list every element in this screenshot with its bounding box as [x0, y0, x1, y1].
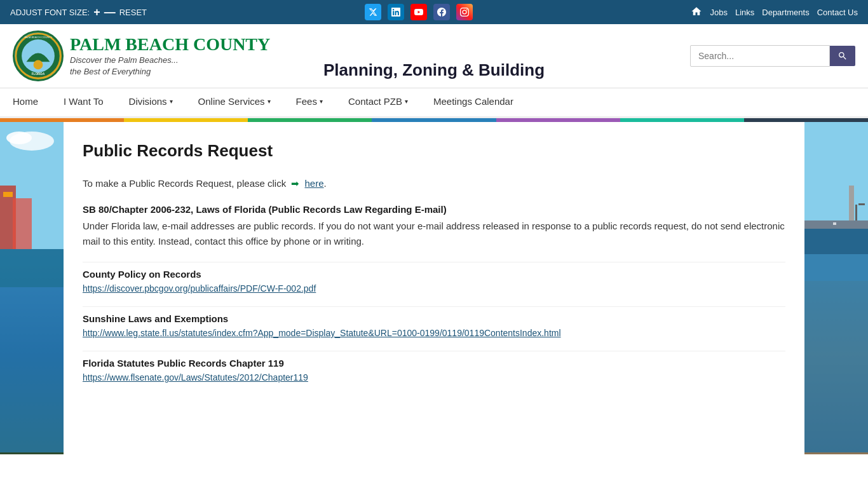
- svg-rect-18: [804, 229, 868, 452]
- search-input[interactable]: [690, 45, 830, 67]
- divider-2: [83, 306, 785, 307]
- section1-title: SB 80/Chapter 2006-232, Laws of Florida …: [83, 204, 785, 215]
- department-title: Planning, Zoning & Building: [323, 60, 545, 80]
- nav-home[interactable]: Home: [0, 88, 51, 116]
- font-size-controls: ADJUST FONT SIZE: + — RESET: [10, 6, 147, 19]
- top-bar: ADJUST FONT SIZE: + — RESET Jobs Links D…: [0, 0, 868, 24]
- font-decrease-button[interactable]: —: [104, 6, 116, 19]
- nav-online-services[interactable]: Online Services ▾: [186, 88, 283, 116]
- here-link[interactable]: here: [305, 178, 324, 189]
- font-reset-button[interactable]: RESET: [119, 8, 147, 17]
- svg-point-2: [34, 60, 43, 69]
- facebook-icon[interactable]: [433, 4, 450, 20]
- contact-link[interactable]: Contact Us: [817, 8, 858, 17]
- fees-dropdown-arrow: ▾: [320, 98, 323, 105]
- left-banner-image: [0, 122, 64, 454]
- svg-rect-19: [804, 229, 868, 254]
- home-icon[interactable]: [691, 6, 702, 19]
- svg-rect-11: [3, 192, 13, 197]
- county-seal: FLORIDA PALM BEACH COUNTY: [13, 30, 64, 81]
- section3-title: Sunshine Laws and Exemptions: [83, 313, 785, 324]
- departments-link[interactable]: Departments: [762, 8, 809, 17]
- section-sunshine-laws: Sunshine Laws and Exemptions http://www.…: [83, 313, 785, 338]
- links-link[interactable]: Links: [735, 8, 754, 17]
- section1-text: Under Florida law, e-mail addresses are …: [83, 219, 785, 249]
- main-content: Public Records Request To make a Public …: [0, 122, 868, 454]
- svg-rect-10: [13, 198, 32, 249]
- twitter-icon[interactable]: [365, 4, 381, 20]
- jobs-link[interactable]: Jobs: [710, 8, 727, 17]
- divider-1: [83, 262, 785, 262]
- social-icons-group: [365, 4, 473, 20]
- section2-link[interactable]: https://discover.pbcgov.org/publicaffair…: [83, 283, 785, 294]
- nav-divisions[interactable]: Divisions ▾: [116, 88, 186, 116]
- header: FLORIDA PALM BEACH COUNTY PALM BEACH COU…: [0, 24, 868, 88]
- intro-paragraph: To make a Public Records Request, please…: [83, 176, 785, 191]
- search-area: [690, 45, 855, 67]
- svg-text:FLORIDA: FLORIDA: [32, 72, 45, 76]
- font-increase-button[interactable]: +: [93, 6, 100, 19]
- section-public-records-law: SB 80/Chapter 2006-232, Laws of Florida …: [83, 204, 785, 249]
- divisions-dropdown-arrow: ▾: [170, 98, 173, 105]
- section3-link[interactable]: http://www.leg.state.fl.us/statutes/inde…: [83, 328, 785, 338]
- logo-text: PALM BEACH COUNTY Discover the Palm Beac…: [70, 34, 270, 78]
- youtube-icon[interactable]: [410, 4, 427, 20]
- navigation-bar: Home I Want To Divisions ▾ Online Servic…: [0, 88, 868, 118]
- online-services-dropdown-arrow: ▾: [268, 98, 271, 105]
- section-florida-statutes: Florida Statutes Public Records Chapter …: [83, 358, 785, 383]
- contact-pzb-dropdown-arrow: ▾: [405, 98, 408, 105]
- nav-i-want-to[interactable]: I Want To: [51, 88, 116, 116]
- search-button[interactable]: [830, 46, 855, 66]
- svg-point-7: [6, 132, 32, 144]
- right-banner-image: [804, 122, 868, 454]
- county-name: PALM BEACH COUNTY: [70, 34, 270, 55]
- divider-3: [83, 351, 785, 351]
- svg-text:PALM BEACH COUNTY: PALM BEACH COUNTY: [24, 36, 52, 39]
- svg-rect-17: [858, 203, 865, 205]
- font-size-label: ADJUST FONT SIZE:: [10, 8, 90, 17]
- instagram-icon[interactable]: [456, 4, 473, 20]
- section4-title: Florida Statutes Public Records Chapter …: [83, 358, 785, 369]
- svg-rect-12: [0, 249, 64, 287]
- county-tagline: Discover the Palm Beaches... the Best of…: [70, 55, 270, 78]
- nav-contact-pzb[interactable]: Contact PZB ▾: [336, 88, 421, 116]
- nav-fees[interactable]: Fees ▾: [283, 88, 336, 116]
- section4-link[interactable]: https://www.flsenate.gov/Laws/Statutes/2…: [83, 372, 785, 383]
- svg-rect-21: [833, 222, 836, 225]
- nav-meetings-calendar[interactable]: Meetings Calendar: [421, 88, 526, 116]
- logo-area: FLORIDA PALM BEACH COUNTY PALM BEACH COU…: [13, 30, 270, 81]
- click-icon: ➡: [291, 178, 299, 189]
- page-title: Public Records Request: [83, 141, 785, 161]
- section2-title: County Policy on Records: [83, 269, 785, 280]
- linkedin-icon[interactable]: [388, 4, 404, 20]
- top-right-links: Jobs Links Departments Contact Us: [691, 6, 858, 19]
- section-county-policy: County Policy on Records https://discove…: [83, 269, 785, 294]
- content-area: Public Records Request To make a Public …: [64, 122, 804, 454]
